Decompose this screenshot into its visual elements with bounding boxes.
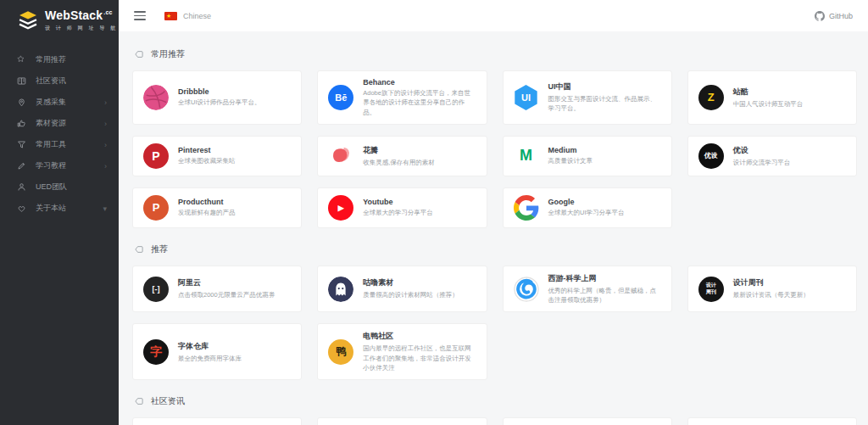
site-card[interactable]: 咕噜素材质量很高的设计素材网站（推荐） xyxy=(317,266,487,313)
site-card[interactable]: 鸭电鸭社区国内最早的远程工作社区，也是互联网工作者们的聚集地，非常适合设计开发小… xyxy=(317,323,487,380)
chevron-right-icon: › xyxy=(104,98,107,107)
card-body: 电鸭社区国内最早的远程工作社区，也是互联网工作者们的聚集地，非常适合设计开发小伙… xyxy=(363,331,476,372)
github-icon xyxy=(815,11,825,21)
site-card[interactable]: ılP雷锋网人工智能和智能硬件领域的互联网科技媒体 xyxy=(132,417,302,425)
site-card[interactable]: 36Kr36kr创业资讯、科技新闻 xyxy=(317,417,487,425)
font-store-icon: 字 xyxy=(143,339,169,365)
news-icon xyxy=(17,76,26,86)
site-card[interactable]: UIUI中国图形交互与界面设计交流、作品展示、学习平台。 xyxy=(503,70,672,125)
language-selector[interactable]: ★ Chinese xyxy=(164,12,211,20)
sidebar-item-label: 学习教程 xyxy=(36,160,66,171)
card-body: 设计周刊最新设计资讯（每天更新） xyxy=(733,277,810,299)
card-body: Producthunt发现新鲜有趣的产品 xyxy=(178,198,236,217)
sidebar-item-5[interactable]: 常用工具› xyxy=(0,134,119,155)
card-desc: 高质量设计文章 xyxy=(548,156,593,165)
card-title: Google xyxy=(548,198,625,206)
card-desc: 设计师交流学习平台 xyxy=(733,158,791,167)
sidebar-item-label: 社区资讯 xyxy=(36,75,66,87)
zcool-icon: Z xyxy=(698,85,724,110)
thumbs-up-icon xyxy=(17,119,26,128)
uisdc-icon: 优设 xyxy=(698,143,724,169)
section-title-label: 社区资讯 xyxy=(151,395,185,407)
sidebar-item-label: 常用工具 xyxy=(36,139,66,150)
card-desc: 全球UI设计师作品分享平台。 xyxy=(178,98,261,107)
card-title: 字体仓库 xyxy=(178,341,242,352)
site-card[interactable]: 字字体仓库最全的免费商用字体库 xyxy=(132,323,302,380)
card-grid: ılP雷锋网人工智能和智能硬件领域的互联网科技媒体36Kr36kr创业资讯、科技… xyxy=(132,417,857,425)
sidebar-item-2[interactable]: 社区资讯 xyxy=(0,70,119,92)
card-body: Medium高质量设计文章 xyxy=(548,146,593,165)
card-title: 电鸭社区 xyxy=(363,331,476,342)
site-card[interactable]: 设计 周刊设计周刊最新设计资讯（每天更新） xyxy=(687,266,857,313)
topbar: ★ Chinese GitHub xyxy=(119,0,868,31)
card-body: 咕噜素材质量很高的设计素材网站（推荐） xyxy=(363,277,459,299)
site-card[interactable]: [-]阿里云点击领取2000元限量云产品优惠券 xyxy=(132,266,302,313)
sidebar-item-1[interactable]: 常用推荐 xyxy=(0,49,119,70)
card-desc: 优秀的科学上网（略贵，但是贼稳，点击注册领取优惠券） xyxy=(548,286,661,305)
site-card[interactable]: 猎云网互联网创业项目推荐和创业创新资讯 xyxy=(687,417,857,425)
card-body: Google全球最大的UI学习分享平台 xyxy=(548,198,625,217)
brand-suffix: .cc xyxy=(103,9,112,15)
card-title: Youtube xyxy=(363,198,433,206)
hamburger-icon[interactable] xyxy=(134,11,146,20)
card-title: 花瓣 xyxy=(363,145,435,156)
section-2: 推荐[-]阿里云点击领取2000元限量云产品优惠券咕噜素材质量很高的设计素材网站… xyxy=(132,243,857,380)
card-title: Producthunt xyxy=(178,198,236,206)
layers-logo-icon xyxy=(17,10,39,31)
site-card[interactable]: MMedium高质量设计文章 xyxy=(503,136,672,176)
card-body: Dribbble全球UI设计师作品分享平台。 xyxy=(178,87,261,107)
section-title: 社区资讯 xyxy=(134,395,857,407)
card-desc: 收集灵感,保存有用的素材 xyxy=(363,158,435,167)
section-title: 常用推荐 xyxy=(134,48,857,60)
card-title: 西游-科学上网 xyxy=(548,273,661,284)
heart-icon xyxy=(17,204,26,213)
card-body: Pinterest全球美图收藏采集站 xyxy=(178,146,236,165)
card-title: UI中国 xyxy=(548,81,661,92)
brand[interactable]: WebStack.cc 设 计 师 网 址 导 航 xyxy=(0,0,119,32)
card-desc: 发现新鲜有趣的产品 xyxy=(178,208,236,217)
card-body: UI中国图形交互与界面设计交流、作品展示、学习平台。 xyxy=(548,81,661,114)
site-card[interactable]: 优设优设设计师交流学习平台 xyxy=(687,136,857,176)
card-title: Behance xyxy=(363,78,476,87)
site-card[interactable]: Z站酷中国人气设计师互动平台 xyxy=(687,70,857,125)
chevron-right-icon: › xyxy=(104,141,107,149)
site-card[interactable]: Dribbble全球UI设计师作品分享平台。 xyxy=(132,70,302,125)
behance-icon: Bē xyxy=(328,85,353,110)
card-desc: 全球最大的学习分享平台 xyxy=(363,208,433,217)
star-icon xyxy=(17,55,26,64)
sidebar-item-3[interactable]: 灵感采集› xyxy=(0,92,119,113)
sidebar-item-7[interactable]: UED团队 xyxy=(0,176,119,198)
google-icon xyxy=(514,195,539,221)
card-grid: Dribbble全球UI设计师作品分享平台。BēBehanceAdobe旗下的设… xyxy=(132,70,857,228)
card-desc: 最新设计资讯（每天更新） xyxy=(733,290,810,299)
card-grid: [-]阿里云点击领取2000元限量云产品优惠券咕噜素材质量很高的设计素材网站（推… xyxy=(132,266,857,380)
chevron-right-icon: › xyxy=(104,162,107,171)
map-pin-icon xyxy=(17,98,26,107)
site-card[interactable]: 花瓣收集灵感,保存有用的素材 xyxy=(317,136,487,176)
card-body: 阿里云点击领取2000元限量云产品优惠券 xyxy=(178,277,275,299)
card-desc: 全球美图收藏采集站 xyxy=(178,156,236,165)
site-card[interactable]: PProducthunt发现新鲜有趣的产品 xyxy=(132,187,302,228)
site-card[interactable]: ▶Youtube全球最大的学习分享平台 xyxy=(317,187,487,228)
brand-name: WebStack.cc xyxy=(45,8,118,22)
sidebar-item-label: 素材资源 xyxy=(36,118,66,129)
language-label: Chinese xyxy=(183,12,211,20)
site-card[interactable]: Google全球最大的UI学习分享平台 xyxy=(503,187,672,228)
sidebar-item-6[interactable]: 学习教程› xyxy=(0,155,119,176)
section-title-label: 推荐 xyxy=(151,243,168,255)
ui-china-icon: UI xyxy=(514,85,539,110)
site-card[interactable]: PPinterest全球美图收藏采集站 xyxy=(132,136,302,176)
site-card[interactable]: 数英DIGITALING数英网数字媒体及职业招聘网站 xyxy=(503,417,672,425)
card-desc: 中国人气设计师互动平台 xyxy=(733,99,804,109)
card-body: 字体仓库最全的免费商用字体库 xyxy=(178,341,242,363)
card-title: Medium xyxy=(548,146,593,154)
brand-tagline: 设 计 师 网 址 导 航 xyxy=(45,25,118,32)
site-card[interactable]: 西游-科学上网优秀的科学上网（略贵，但是贼稳，点击注册领取优惠券） xyxy=(503,266,672,313)
card-body: Youtube全球最大的学习分享平台 xyxy=(363,198,433,217)
dribbble-icon xyxy=(143,85,169,110)
site-card[interactable]: BēBehanceAdobe旗下的设计师交流平台，来自世界各地的设计师在这里分享… xyxy=(317,70,487,125)
xiyou-swirl-icon xyxy=(514,277,539,302)
sidebar-item-8[interactable]: 关于本站▾ xyxy=(0,198,119,219)
github-link[interactable]: GitHub xyxy=(815,11,853,21)
sidebar-item-4[interactable]: 素材资源› xyxy=(0,113,119,134)
